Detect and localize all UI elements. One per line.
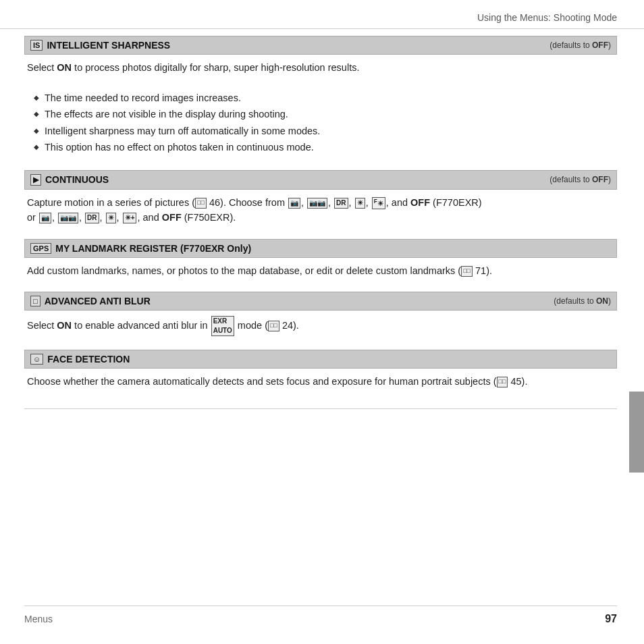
landmark-title: MY LANDMARK REGISTER (F770EXR Only) — [55, 243, 251, 254]
header-title: Using the Menus: Shooting Mode — [477, 12, 617, 23]
right-tab — [629, 392, 644, 473]
continuous-icon: ▶ — [30, 174, 41, 186]
intelligent-sharpness-body: Select ON to process photos digitally fo… — [24, 55, 617, 163]
landmark-icon: GPS — [30, 243, 51, 254]
page-footer: Menus 97 — [24, 606, 617, 625]
face-detection-title: FACE DETECTION — [47, 354, 130, 365]
content-area: IS INTELLIGENT SHARPNESS (defaults to OF… — [0, 36, 644, 409]
section-face-detection: ☺ FACE DETECTION — [24, 350, 617, 369]
anti-blur-body: Select ON to enable advanced anti blur i… — [24, 311, 617, 343]
continuous-defaults: (defaults to OFF) — [549, 175, 611, 184]
landmark-body: Add custom landmarks, names, or photos t… — [24, 258, 617, 285]
section-my-landmark: GPS MY LANDMARK REGISTER (F770EXR Only) — [24, 239, 617, 258]
anti-blur-defaults: (defaults to ON) — [554, 296, 611, 306]
page-header: Using the Menus: Shooting Mode — [0, 0, 644, 29]
footer-left: Menus — [24, 614, 53, 624]
anti-blur-icon: □ — [30, 296, 41, 306]
page-number: 97 — [605, 613, 617, 625]
intelligent-sharpness-icon: IS — [30, 40, 43, 51]
section-intelligent-sharpness: IS INTELLIGENT SHARPNESS (defaults to OF… — [24, 36, 617, 55]
intelligent-sharpness-title: INTELLIGENT SHARPNESS — [47, 40, 170, 51]
intelligent-sharpness-defaults: (defaults to OFF) — [549, 41, 611, 50]
page-container: Using the Menus: Shooting Mode IS INTELL… — [0, 0, 644, 644]
face-detection-icon: ☺ — [30, 354, 43, 365]
face-detection-body: Choose whether the camera automatically … — [24, 369, 617, 396]
continuous-body: Capture motion in a series of pictures (… — [24, 190, 617, 232]
anti-blur-title: ADVANCED ANTI BLUR — [45, 296, 151, 306]
section-continuous: ▶ CONTINUOUS (defaults to OFF) — [24, 170, 617, 190]
section-anti-blur: □ ADVANCED ANTI BLUR (defaults to ON) — [24, 292, 617, 311]
continuous-title: CONTINUOUS — [45, 174, 109, 185]
